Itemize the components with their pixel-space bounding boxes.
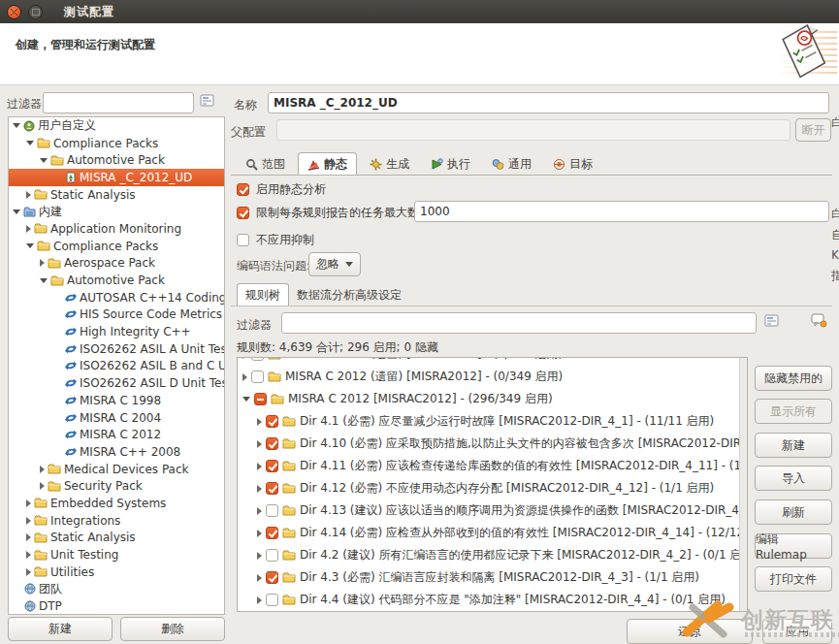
tree-item[interactable]: MISRA _C_2012_UD	[9, 169, 224, 186]
subtab-规则树[interactable]: 规则树	[237, 283, 289, 306]
filter-options-icon[interactable]	[200, 94, 215, 108]
tree-item[interactable]: Static Analysis	[9, 186, 224, 204]
rule-row[interactable]: MISRA C 2012 [MISRAC2012] - (296/349 启用)	[238, 388, 747, 410]
rules-side-button[interactable]: 编辑 Rulemap	[755, 533, 832, 559]
tab-执行[interactable]: 执行	[422, 152, 479, 176]
expander-open-icon[interactable]	[242, 397, 250, 402]
rule-row[interactable]: Dir 4.11 (必需) 应该检查传递给库函数的值的有效性 [MISRAC20…	[238, 455, 747, 477]
rules-scrollbar[interactable]	[739, 358, 747, 611]
tree-item[interactable]: Unit Testing	[9, 546, 224, 564]
limit-tasks-checkbox[interactable]	[237, 207, 249, 219]
expander-closed-icon[interactable]	[257, 463, 262, 470]
restore-button[interactable]: 还原	[627, 619, 753, 644]
syntax-issues-dropdown[interactable]: 忽略	[308, 252, 361, 276]
rule-checkbox[interactable]	[266, 527, 278, 539]
expander-closed-icon[interactable]	[257, 507, 262, 515]
rule-row[interactable]: Dir 4.5 (建议)	[238, 611, 747, 612]
tree-item[interactable]: 内建	[9, 203, 224, 220]
tree-item[interactable]: Utilities	[9, 564, 224, 581]
tree-item[interactable]: HIS Source Code Metrics	[9, 306, 224, 324]
expander-open-icon[interactable]	[13, 123, 20, 128]
expander-closed-icon[interactable]	[40, 466, 45, 473]
maximize-icon[interactable]	[28, 5, 43, 19]
tree-item[interactable]: Compliance Packs	[9, 135, 224, 152]
rule-checkbox[interactable]	[266, 482, 278, 495]
tree-item[interactable]: Medical Devices Pack	[9, 461, 224, 478]
rule-checkbox[interactable]	[266, 594, 278, 606]
rule-row[interactable]: MISRA C 2012 (遗留) [MISRA2012] - (0/349 启…	[238, 366, 747, 388]
rule-checkbox[interactable]	[266, 460, 278, 472]
tab-生成[interactable]: 生成	[361, 152, 418, 176]
rule-checkbox[interactable]	[254, 393, 267, 405]
filter-options-icon[interactable]	[764, 314, 780, 328]
expander-open-icon[interactable]	[40, 158, 48, 163]
new-config-button[interactable]: 新建	[8, 617, 113, 641]
delete-config-button[interactable]: 删除	[120, 617, 225, 641]
rules-side-button[interactable]: 打印文件	[755, 566, 832, 592]
tree-item[interactable]: ISO26262 ASIL D Unit Testing	[9, 374, 224, 392]
tree-item[interactable]: 团队	[9, 581, 224, 598]
rule-row[interactable]: Dir 4.2 (建议) 所有汇编语言的使用都应记录下来 [MISRAC2012…	[238, 544, 747, 566]
tree-item[interactable]: 用户自定义	[9, 117, 224, 135]
rule-row[interactable]: MISRA C 2012 (遗留) [MISRA2012] - (0/349 启…	[238, 357, 747, 366]
limit-tasks-input[interactable]: 1000	[414, 201, 829, 222]
rules-side-button[interactable]: 隐藏禁用的	[755, 366, 832, 391]
rule-checkbox[interactable]	[266, 415, 278, 428]
subtab-数据流分析高级设定[interactable]: 数据流分析高级设定	[289, 283, 409, 306]
tree-item[interactable]: Embedded Systems	[9, 495, 224, 512]
tab-范围[interactable]: 范围	[237, 152, 294, 176]
rule-row[interactable]: Dir 4.3 (必需) 汇编语言应封装和隔离 [MISRAC2012-DIR_…	[238, 566, 747, 589]
rule-row[interactable]: Dir 4.1 (必需) 应尽量减少运行时故障 [MISRAC2012-DIR_…	[238, 410, 747, 433]
rules-filter-input[interactable]	[281, 312, 757, 334]
expander-closed-icon[interactable]	[26, 191, 31, 199]
apply-button[interactable]: 应用	[762, 619, 832, 644]
tree-item[interactable]: Application Monitoring	[9, 220, 224, 238]
expander-closed-icon[interactable]	[26, 499, 31, 507]
expander-closed-icon[interactable]	[257, 485, 262, 493]
rule-checkbox[interactable]	[266, 571, 278, 584]
expander-closed-icon[interactable]	[40, 259, 45, 267]
expander-closed-icon[interactable]	[26, 517, 31, 525]
rules-side-button[interactable]: 新建	[755, 433, 832, 458]
rule-checkbox[interactable]	[266, 437, 278, 450]
expander-closed-icon[interactable]	[26, 551, 31, 559]
expander-closed-icon[interactable]	[257, 574, 262, 582]
expander-closed-icon[interactable]	[40, 482, 45, 490]
tree-item[interactable]: Aerospace Pack	[9, 255, 224, 273]
tree-item[interactable]: High Integrity C++	[9, 323, 224, 340]
no-suppress-checkbox[interactable]	[237, 234, 249, 246]
expander-closed-icon[interactable]	[257, 552, 262, 560]
tab-通用[interactable]: 通用	[483, 152, 540, 176]
rule-checkbox[interactable]	[251, 370, 264, 383]
expander-closed-icon[interactable]	[257, 530, 262, 537]
rule-checkbox[interactable]	[251, 357, 264, 361]
rule-row[interactable]: Dir 4.10 (必需) 应采取预防措施,以防止头文件的内容被包含多次 [MI…	[238, 433, 747, 455]
expander-closed-icon[interactable]	[242, 357, 247, 359]
disconnect-button[interactable]: 断开	[795, 118, 831, 142]
name-input[interactable]: MISRA _C_2012_UD	[268, 92, 829, 113]
rule-row[interactable]: Dir 4.14 (必需) 应检查从外部收到的值的有效性 [MISRAC2012…	[238, 522, 747, 544]
expander-closed-icon[interactable]	[26, 533, 31, 541]
tree-item[interactable]: Integrations	[9, 512, 224, 530]
expander-open-icon[interactable]	[26, 141, 34, 145]
expander-closed-icon[interactable]	[257, 418, 262, 426]
tree-item[interactable]: AUTOSAR C++14 Coding Guideline	[9, 289, 224, 306]
rules-side-button[interactable]: 导入	[755, 466, 832, 491]
tree-item[interactable]: MISRA C 2012	[9, 426, 224, 443]
rule-checkbox[interactable]	[266, 549, 278, 562]
tree-item[interactable]: Automotive Pack	[9, 272, 224, 289]
rule-row[interactable]: Dir 4.13 (建议) 应该以适当的顺序调用为资源提供操作的函数 [MISR…	[238, 499, 747, 522]
expander-closed-icon[interactable]	[26, 225, 31, 233]
rules-side-button[interactable]: 刷新	[755, 499, 832, 525]
left-filter-input[interactable]	[43, 92, 194, 113]
expander-closed-icon[interactable]	[257, 440, 262, 448]
tree-item[interactable]: MISRA C 2004	[9, 409, 224, 427]
expander-closed-icon[interactable]	[26, 568, 31, 576]
close-icon[interactable]	[7, 5, 21, 19]
tree-item[interactable]: Automotive Pack	[9, 151, 224, 169]
enable-static-checkbox[interactable]	[237, 183, 249, 196]
expander-closed-icon[interactable]	[257, 596, 262, 604]
tree-item[interactable]: Compliance Packs	[9, 238, 224, 255]
tree-item[interactable]: Static Analysis	[9, 530, 224, 547]
tree-item[interactable]: Security Pack	[9, 477, 224, 495]
